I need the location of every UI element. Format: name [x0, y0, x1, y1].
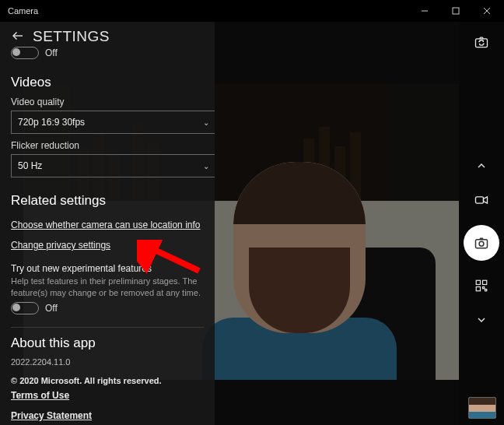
maximize-button[interactable] [440, 0, 471, 22]
content-area: SETTINGS Off Videos Video quality 720p 1… [0, 22, 504, 425]
divider [11, 327, 204, 328]
experimental-desc: Help test features in their preliminary … [11, 276, 204, 299]
video-mode-button[interactable] [466, 184, 497, 216]
camera-app-window: Camera [0, 0, 504, 425]
svg-rect-11 [476, 287, 480, 291]
back-icon[interactable] [11, 29, 25, 45]
close-button[interactable] [471, 0, 502, 22]
svg-point-8 [479, 241, 484, 246]
video-quality-value: 720p 16:9 30fps [18, 117, 85, 128]
about-heading: About this app [11, 335, 204, 351]
chevron-up-icon[interactable] [466, 150, 497, 181]
svg-rect-9 [476, 280, 480, 284]
videos-heading: Videos [11, 75, 204, 90]
chevron-down-icon: ⌄ [203, 118, 209, 127]
svg-rect-5 [476, 197, 484, 203]
toggle-off-icon [11, 302, 39, 314]
terms-of-use-link[interactable]: Terms of Use [11, 390, 69, 401]
right-toolbar [459, 22, 504, 425]
location-info-link[interactable]: Choose whether camera can use location i… [11, 220, 200, 230]
svg-rect-13 [485, 290, 487, 291]
copyright-text: © 2020 Microsoft. All rights reserved. [11, 376, 204, 385]
settings-title: SETTINGS [33, 28, 110, 45]
svg-rect-7 [476, 240, 488, 248]
flicker-reduction-label: Flicker reduction [11, 140, 204, 151]
experimental-toggle[interactable]: Off [11, 302, 204, 314]
video-quality-label: Video quality [11, 97, 204, 107]
settings-panel: SETTINGS Off Videos Video quality 720p 1… [0, 22, 215, 425]
related-settings-heading: Related settings [11, 193, 204, 209]
svg-rect-12 [483, 287, 485, 289]
svg-rect-1 [453, 8, 459, 14]
chevron-down-icon[interactable] [466, 304, 497, 335]
change-privacy-settings-link[interactable]: Change privacy settings [11, 240, 110, 251]
titlebar: Camera [0, 0, 504, 22]
chevron-down-icon: ⌄ [203, 162, 209, 170]
switch-camera-icon[interactable] [466, 26, 497, 58]
minimize-button[interactable] [409, 0, 440, 22]
window-controls [409, 0, 502, 22]
flicker-reduction-select[interactable]: 50 Hz ⌄ [11, 154, 215, 177]
top-toggle[interactable]: Off [11, 47, 204, 59]
svg-marker-6 [484, 197, 488, 203]
video-quality-select[interactable]: 720p 16:9 30fps ⌄ [11, 111, 215, 134]
shutter-button[interactable] [464, 225, 499, 261]
window-title: Camera [8, 6, 38, 16]
qr-mode-button[interactable] [466, 270, 497, 301]
top-toggle-label: Off [45, 47, 58, 58]
svg-rect-10 [483, 280, 487, 284]
last-capture-thumbnail[interactable] [468, 397, 496, 419]
experimental-title: Try out new experimental features [11, 263, 204, 274]
privacy-statement-link[interactable]: Privacy Statement [11, 410, 92, 421]
about-version: 2022.2204.11.0 [11, 357, 204, 367]
toggle-off-icon [11, 47, 39, 59]
experimental-toggle-label: Off [45, 303, 58, 314]
flicker-reduction-value: 50 Hz [18, 160, 42, 171]
